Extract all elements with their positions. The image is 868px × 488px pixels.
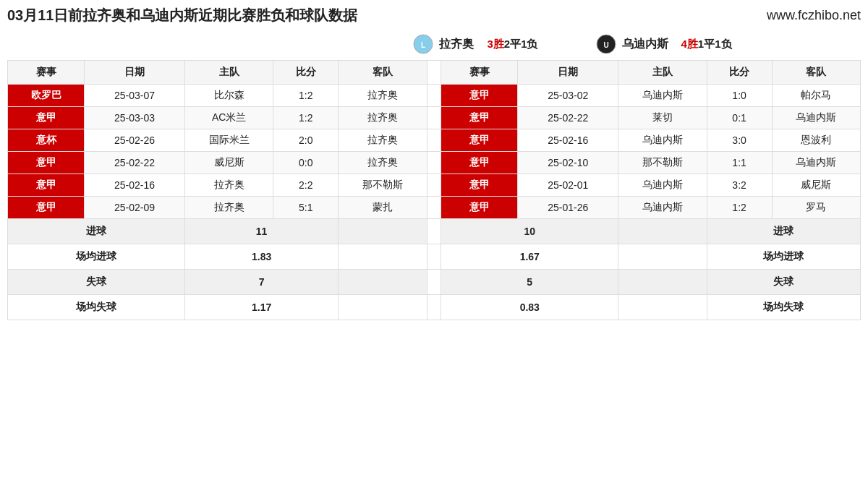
- divider-5: [427, 197, 441, 219]
- stats-row: 失球 7 5 失球: [8, 270, 861, 295]
- udinese-stat-empty-0: [618, 219, 707, 244]
- udinese-home-2: 乌迪内斯: [618, 129, 707, 152]
- udinese-date-3: 25-02-10: [518, 152, 618, 174]
- udinese-logo: U: [596, 34, 616, 54]
- lazio-stat-value-2: 7: [184, 270, 338, 295]
- udinese-event-1: 意甲: [441, 107, 518, 129]
- udinese-col-score: 比分: [707, 61, 772, 85]
- lazio-score-4: 2:2: [273, 174, 339, 197]
- lazio-home-1: AC米兰: [184, 107, 273, 129]
- udinese-date-5: 25-01-26: [518, 197, 618, 219]
- lazio-away-0: 拉齐奥: [339, 85, 427, 107]
- udinese-away-4: 威尼斯: [772, 174, 861, 197]
- udinese-event-0: 意甲: [441, 85, 518, 107]
- lazio-stat-label-2: 失球: [8, 270, 185, 295]
- udinese-stat-empty-3: [618, 295, 707, 320]
- header-row: 03月11日前拉齐奥和乌迪内斯近期比赛胜负和球队数据 www.fczhibo.n…: [7, 6, 861, 25]
- udinese-losses: 1负: [715, 38, 731, 50]
- lazio-score-2: 2:0: [273, 129, 339, 152]
- udinese-home-0: 乌迪内斯: [618, 85, 707, 107]
- udinese-event-2: 意甲: [441, 129, 518, 152]
- lazio-col-score: 比分: [273, 61, 339, 85]
- udinese-stat-value-2: 5: [441, 270, 618, 295]
- lazio-draws: 2平: [504, 38, 521, 50]
- udinese-stat-value-0: 10: [441, 219, 618, 244]
- lazio-stat-value-3: 1.17: [184, 295, 338, 320]
- lazio-stat-empty-3: [339, 295, 427, 320]
- udinese-score-5: 1:2: [707, 197, 772, 219]
- lazio-away-3: 拉齐奥: [339, 152, 427, 174]
- stats-row: 场均失球 1.17 0.83 场均失球: [8, 295, 861, 320]
- website-label: www.fczhibo.net: [767, 8, 861, 23]
- udinese-stat-value-1: 1.67: [441, 244, 618, 270]
- udinese-event-4: 意甲: [441, 174, 518, 197]
- udinese-event-3: 意甲: [441, 152, 518, 174]
- lazio-home-0: 比尔森: [184, 85, 273, 107]
- stat-divider-2: [427, 270, 441, 295]
- page-wrapper: 03月11日前拉齐奥和乌迪内斯近期比赛胜负和球队数据 www.fczhibo.n…: [0, 0, 868, 326]
- lazio-away-1: 拉齐奥: [339, 107, 427, 129]
- lazio-home-5: 拉齐奥: [184, 197, 273, 219]
- udinese-home-4: 乌迪内斯: [618, 174, 707, 197]
- lazio-score-0: 1:2: [273, 85, 339, 107]
- divider-3: [427, 152, 441, 174]
- table-row: 意甲 25-02-09 拉齐奥 5:1 蒙扎 意甲 25-01-26 乌迪内斯 …: [8, 197, 861, 219]
- udinese-away-0: 帕尔马: [772, 85, 861, 107]
- table-row: 意杯 25-02-26 国际米兰 2:0 拉齐奥 意甲 25-02-16 乌迪内…: [8, 129, 861, 152]
- udinese-wins: 4胜: [681, 38, 698, 50]
- udinese-col-date: 日期: [518, 61, 618, 85]
- udinese-stat-label-3: 场均失球: [707, 295, 860, 320]
- udinese-stat-empty-2: [618, 270, 707, 295]
- divider-0: [427, 85, 441, 107]
- page-title: 03月11日前拉齐奥和乌迪内斯近期比赛胜负和球队数据: [7, 6, 358, 25]
- lazio-home-4: 拉齐奥: [184, 174, 273, 197]
- lazio-stat-empty-1: [339, 244, 427, 270]
- lazio-col-event: 赛事: [8, 61, 85, 85]
- udinese-score-4: 3:2: [707, 174, 772, 197]
- stat-divider-3: [427, 295, 441, 320]
- divider-4: [427, 174, 441, 197]
- lazio-event-1: 意甲: [8, 107, 85, 129]
- lazio-col-date: 日期: [85, 61, 185, 85]
- lazio-score-1: 1:2: [273, 107, 339, 129]
- udinese-stat-value-3: 0.83: [441, 295, 618, 320]
- svg-text:L: L: [421, 41, 425, 49]
- udinese-date-4: 25-02-01: [518, 174, 618, 197]
- divider-1: [427, 107, 441, 129]
- lazio-stat-label-3: 场均失球: [8, 295, 185, 320]
- udinese-date-0: 25-03-02: [518, 85, 618, 107]
- udinese-away-1: 乌迪内斯: [772, 107, 861, 129]
- lazio-stat-value-0: 11: [184, 219, 338, 244]
- udinese-stat-label-0: 进球: [707, 219, 860, 244]
- lazio-date-0: 25-03-07: [85, 85, 185, 107]
- lazio-date-4: 25-02-16: [85, 174, 185, 197]
- udinese-home-3: 那不勒斯: [618, 152, 707, 174]
- lazio-col-away: 客队: [339, 61, 427, 85]
- udinese-event-5: 意甲: [441, 197, 518, 219]
- table-row: 意甲 25-02-22 威尼斯 0:0 拉齐奥 意甲 25-02-10 那不勒斯…: [8, 152, 861, 174]
- table-row: 意甲 25-02-16 拉齐奥 2:2 那不勒斯 意甲 25-02-01 乌迪内…: [8, 174, 861, 197]
- udinese-col-away: 客队: [772, 61, 861, 85]
- lazio-stat-empty-0: [339, 219, 427, 244]
- lazio-date-1: 25-03-03: [85, 107, 185, 129]
- lazio-stat-empty-2: [339, 270, 427, 295]
- table-row: 意甲 25-03-03 AC米兰 1:2 拉齐奥 意甲 25-02-22 莱切 …: [8, 107, 861, 129]
- lazio-stat-label-0: 进球: [8, 219, 185, 244]
- lazio-event-2: 意杯: [8, 129, 85, 152]
- lazio-score-5: 5:1: [273, 197, 339, 219]
- lazio-home-2: 国际米兰: [184, 129, 273, 152]
- lazio-record: 3胜2平1负: [487, 38, 537, 51]
- table-row: 欧罗巴 25-03-07 比尔森 1:2 拉齐奥 意甲 25-03-02 乌迪内…: [8, 85, 861, 107]
- udinese-score-1: 0:1: [707, 107, 772, 129]
- udinese-away-5: 罗马: [772, 197, 861, 219]
- stats-row: 进球 11 10 进球: [8, 219, 861, 244]
- lazio-stat-value-1: 1.83: [184, 244, 338, 270]
- lazio-losses: 1负: [521, 38, 537, 50]
- udinese-date-2: 25-02-16: [518, 129, 618, 152]
- udinese-col-event: 赛事: [441, 61, 518, 85]
- udinese-home-5: 乌迪内斯: [618, 197, 707, 219]
- udinese-draws: 1平: [698, 38, 715, 50]
- main-table: 赛事 日期 主队 比分 客队 赛事 日期 主队 比分 客队 欧罗巴 25-03-…: [7, 60, 861, 320]
- lazio-away-2: 拉齐奥: [339, 129, 427, 152]
- lazio-name: 拉齐奥: [439, 37, 474, 52]
